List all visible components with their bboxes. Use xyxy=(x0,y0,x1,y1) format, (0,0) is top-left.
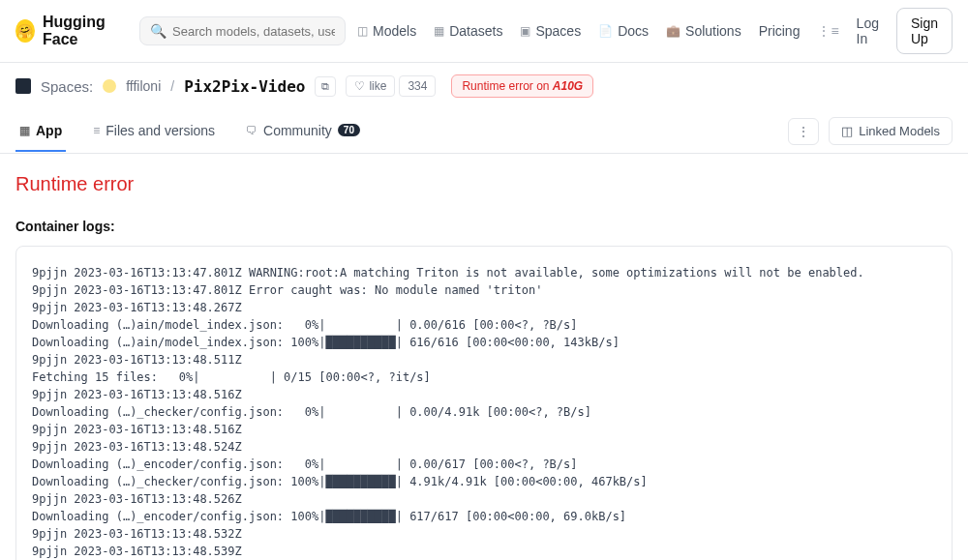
breadcrumb-user[interactable]: fffiloni xyxy=(126,78,161,94)
nav-solutions-label: Solutions xyxy=(685,23,741,39)
nav-docs[interactable]: 📄Docs xyxy=(598,23,649,39)
login-link[interactable]: Log In xyxy=(857,15,879,46)
solutions-icon: 💼 xyxy=(666,24,681,38)
error-title: Runtime error xyxy=(15,173,953,195)
tab-community-label: Community xyxy=(263,123,332,138)
status-hardware: A10G xyxy=(553,79,583,93)
files-icon: ≡ xyxy=(93,124,100,137)
models-icon: ◫ xyxy=(357,24,368,38)
linked-models-button[interactable]: ◫Linked Models xyxy=(829,117,953,145)
tabs-row: ▦App ≡Files and versions 🗨Community70 ⋮ … xyxy=(0,109,968,154)
status-badge: Runtime error on A10G xyxy=(451,74,593,98)
breadcrumb-section: Spaces: xyxy=(41,78,93,95)
community-icon: 🗨 xyxy=(246,124,257,137)
like-count: 334 xyxy=(399,75,436,97)
tab-community[interactable]: 🗨Community70 xyxy=(242,111,364,152)
nav-solutions[interactable]: 💼Solutions xyxy=(666,23,741,39)
space-grid-icon xyxy=(15,78,31,94)
top-header: 🤗 Hugging Face 🔍 ◫Models ▦Datasets ▣Spac… xyxy=(0,0,968,63)
tab-files[interactable]: ≡Files and versions xyxy=(89,111,219,152)
like-label: like xyxy=(369,79,386,93)
more-menu-button[interactable]: ⋮ xyxy=(788,118,819,145)
search-box[interactable]: 🔍 xyxy=(139,16,346,45)
signup-button[interactable]: Sign Up xyxy=(896,8,953,54)
nav-pricing[interactable]: Pricing xyxy=(759,23,801,39)
like-button[interactable]: ♡ like xyxy=(346,75,395,97)
nav-datasets[interactable]: ▦Datasets xyxy=(434,23,502,39)
content-area: Runtime error Container logs: 9pjjn 2023… xyxy=(0,154,968,560)
brand-name: Hugging Face xyxy=(43,14,128,48)
nav-spaces[interactable]: ▣Spaces xyxy=(520,23,581,39)
avatar xyxy=(103,79,116,93)
nav-pricing-label: Pricing xyxy=(759,23,801,39)
search-input[interactable] xyxy=(172,24,335,39)
nav-models[interactable]: ◫Models xyxy=(357,23,416,39)
datasets-icon: ▦ xyxy=(434,24,444,38)
copy-name-button[interactable]: ⧉ xyxy=(315,76,336,97)
linked-models-label: Linked Models xyxy=(859,124,940,138)
app-icon: ▦ xyxy=(19,124,30,137)
tab-files-label: Files and versions xyxy=(106,123,215,138)
nav-docs-label: Docs xyxy=(618,23,649,39)
link-icon: ◫ xyxy=(841,124,853,138)
breadcrumb: Spaces: fffiloni / Pix2Pix-Video ⧉ ♡ lik… xyxy=(0,63,968,109)
community-count-badge: 70 xyxy=(338,124,360,136)
tab-app[interactable]: ▦App xyxy=(15,111,66,152)
logs-box: 9pjjn 2023-03-16T13:13:47.801Z WARNING:r… xyxy=(15,246,953,560)
nav-models-label: Models xyxy=(373,23,416,39)
search-icon: 🔍 xyxy=(150,23,166,39)
nav-right: ◫Models ▦Datasets ▣Spaces 📄Docs 💼Solutio… xyxy=(357,8,953,54)
tab-app-label: App xyxy=(36,123,62,138)
status-text: Runtime error on xyxy=(462,79,552,93)
logs-content: 9pjjn 2023-03-16T13:13:47.801Z WARNING:r… xyxy=(32,264,936,560)
tabs-right: ⋮ ◫Linked Models xyxy=(788,109,953,153)
nav-spaces-label: Spaces xyxy=(535,23,581,39)
nav-separator-icon: ⋮≡ xyxy=(817,23,838,39)
brand-logo[interactable]: 🤗 Hugging Face xyxy=(15,14,128,48)
breadcrumb-slash: / xyxy=(170,78,174,94)
spaces-icon: ▣ xyxy=(520,24,530,38)
breadcrumb-space-name[interactable]: Pix2Pix-Video xyxy=(184,77,305,96)
docs-icon: 📄 xyxy=(598,24,613,38)
hf-logo-icon: 🤗 xyxy=(15,19,35,43)
nav-datasets-label: Datasets xyxy=(449,23,502,39)
logs-label: Container logs: xyxy=(15,219,953,234)
